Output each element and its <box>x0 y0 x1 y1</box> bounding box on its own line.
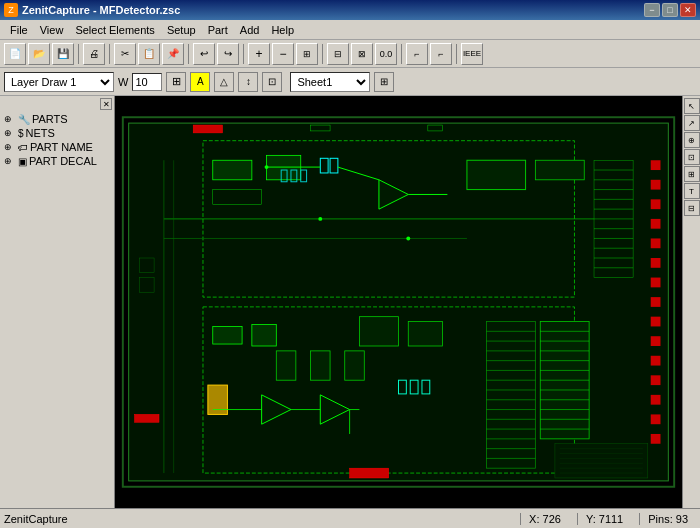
canvas-area[interactable] <box>115 96 682 508</box>
width-label: W <box>118 76 128 88</box>
zoom-in-button[interactable]: + <box>248 43 270 65</box>
svg-rect-7 <box>651 180 661 190</box>
toolbar-sep-2 <box>109 44 110 64</box>
main-content: ✕ ⊕ 🔧 PARTS ⊕ $ NETS ⊕ 🏷 PART NAME ⊕ ▣ P… <box>0 96 700 508</box>
rt-btn-3[interactable]: ⊕ <box>684 132 700 148</box>
svg-rect-16 <box>651 356 661 366</box>
layer-btn-3[interactable]: △ <box>214 72 234 92</box>
svg-rect-55 <box>486 322 535 469</box>
menu-help[interactable]: Help <box>265 23 300 37</box>
svg-rect-19 <box>651 414 661 424</box>
tree-item-partname[interactable]: ⊕ 🏷 PART NAME <box>2 140 112 154</box>
svg-rect-10 <box>651 238 661 248</box>
svg-rect-48 <box>213 326 242 344</box>
print-button[interactable]: 🖨 <box>83 43 105 65</box>
menu-select-elements[interactable]: Select Elements <box>69 23 160 37</box>
layer-btn-2[interactable]: A <box>190 72 210 92</box>
rt-btn-4[interactable]: ⊡ <box>684 149 700 165</box>
rt-btn-6[interactable]: T <box>684 183 700 199</box>
menu-view[interactable]: View <box>34 23 70 37</box>
grid-button[interactable]: ⊟ <box>327 43 349 65</box>
menu-add[interactable]: Add <box>234 23 266 37</box>
paste-button[interactable]: 📌 <box>162 43 184 65</box>
toolbar-sep-7 <box>456 44 457 64</box>
coord-button[interactable]: 0.0 <box>375 43 397 65</box>
rt-btn-1[interactable]: ↖ <box>684 98 700 114</box>
menu-setup[interactable]: Setup <box>161 23 202 37</box>
parts-label: PARTS <box>32 113 68 125</box>
tree-item-partdecal[interactable]: ⊕ ▣ PART DECAL <box>2 154 112 168</box>
partdecal-label: PART DECAL <box>29 155 97 167</box>
undo-button[interactable]: ↩ <box>193 43 215 65</box>
close-button[interactable]: ✕ <box>680 3 696 17</box>
rt-btn-5[interactable]: ⊞ <box>684 166 700 182</box>
width-input[interactable] <box>132 73 162 91</box>
panel-close-button[interactable]: ✕ <box>100 98 112 110</box>
right-toolbar: ↖ ↗ ⊕ ⊡ ⊞ T ⊟ <box>682 96 700 508</box>
sheet-btn[interactable]: ⊞ <box>374 72 394 92</box>
svg-rect-103 <box>311 351 331 380</box>
layer-btn-5[interactable]: ⊡ <box>262 72 282 92</box>
snap-button[interactable]: ⊠ <box>351 43 373 65</box>
svg-rect-49 <box>252 324 276 346</box>
toolbar-sep-1 <box>78 44 79 64</box>
layer-select[interactable]: Layer Draw 1 Layer Draw 2 <box>4 72 114 92</box>
layer-btn-4[interactable]: ↕ <box>238 72 258 92</box>
toolbar-sep-4 <box>243 44 244 64</box>
svg-rect-54 <box>408 322 442 346</box>
status-pins: Pins: 93 <box>639 513 696 525</box>
main-toolbar: 📄 📂 💾 🖨 ✂ 📋 📌 ↩ ↪ + − ⊞ ⊟ ⊠ 0.0 ⌐ ⌐ IEEE <box>0 40 700 68</box>
nets-label: NETS <box>26 127 55 139</box>
route2-button[interactable]: ⌐ <box>430 43 452 65</box>
tree-item-nets[interactable]: ⊕ $ NETS <box>2 126 112 140</box>
pcb-canvas <box>115 96 682 508</box>
menu-part[interactable]: Part <box>202 23 234 37</box>
menu-file[interactable]: File <box>4 23 34 37</box>
svg-rect-6 <box>651 160 661 170</box>
status-app-name: ZenitCapture <box>4 513 512 525</box>
minimize-button[interactable]: − <box>644 3 660 17</box>
toolbar-sep-5 <box>322 44 323 64</box>
maximize-button[interactable]: □ <box>662 3 678 17</box>
svg-rect-53 <box>359 317 398 346</box>
svg-rect-50 <box>208 385 228 414</box>
copy-button[interactable]: 📋 <box>138 43 160 65</box>
new-button[interactable]: 📄 <box>4 43 26 65</box>
route-button[interactable]: ⌐ <box>406 43 428 65</box>
title-bar: Z ZenitCapture - MFDetector.zsc − □ ✕ <box>0 0 700 20</box>
status-y-coord: Y: 7111 <box>577 513 631 525</box>
svg-rect-8 <box>651 199 661 209</box>
svg-rect-82 <box>555 444 648 478</box>
menu-bar: File View Select Elements Setup Part Add… <box>0 20 700 40</box>
svg-point-96 <box>406 237 410 241</box>
layer-btn-1[interactable]: ⊞ <box>166 72 186 92</box>
nets-icon: $ <box>18 128 24 139</box>
parts-icon: 🔧 <box>18 114 30 125</box>
rt-btn-7[interactable]: ⊟ <box>684 200 700 216</box>
layer-bar: Layer Draw 1 Layer Draw 2 W ⊞ A △ ↕ ⊡ Sh… <box>0 68 700 96</box>
svg-rect-110 <box>135 414 159 422</box>
zoom-out-button[interactable]: − <box>272 43 294 65</box>
cut-button[interactable]: ✂ <box>114 43 136 65</box>
toolbar-sep-3 <box>188 44 189 64</box>
svg-rect-18 <box>651 395 661 405</box>
tree-item-parts[interactable]: ⊕ 🔧 PARTS <box>2 112 112 126</box>
svg-rect-13 <box>651 297 661 307</box>
open-button[interactable]: 📂 <box>28 43 50 65</box>
sheet-select[interactable]: Sheet1 <box>290 72 370 92</box>
status-x-coord: X: 726 <box>520 513 569 525</box>
svg-rect-89 <box>350 468 389 478</box>
ieee-button[interactable]: IEEE <box>461 43 483 65</box>
left-panel-header: ✕ <box>2 98 112 110</box>
svg-rect-32 <box>535 160 584 180</box>
partdecal-icon: ▣ <box>18 156 27 167</box>
redo-button[interactable]: ↪ <box>217 43 239 65</box>
svg-rect-3 <box>193 125 222 133</box>
app-icon: Z <box>4 3 18 17</box>
zoom-fit-button[interactable]: ⊞ <box>296 43 318 65</box>
save-button[interactable]: 💾 <box>52 43 74 65</box>
svg-rect-104 <box>345 351 365 380</box>
svg-rect-15 <box>651 336 661 346</box>
rt-btn-2[interactable]: ↗ <box>684 115 700 131</box>
expand-partdecal-icon: ⊕ <box>4 156 16 166</box>
